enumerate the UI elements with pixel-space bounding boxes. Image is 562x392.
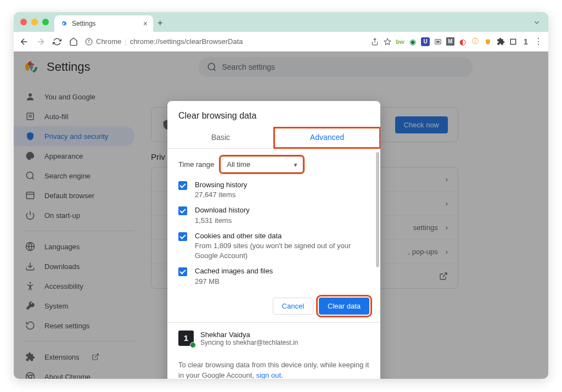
checkbox-row-cached[interactable]: Cached images and files297 MB [178, 266, 369, 286]
toolbar-extensions: bw ◉ U M ◐ ⓘ 1 ⋮ [370, 37, 543, 46]
dialog-note: To clear browsing data from this device … [167, 354, 380, 379]
cancel-button[interactable]: Cancel [273, 298, 313, 315]
svg-rect-8 [510, 39, 515, 44]
close-window-button[interactable] [20, 19, 27, 25]
extensions-icon[interactable] [496, 37, 505, 46]
tab-close-icon[interactable]: × [143, 19, 148, 28]
profile-avatar: 1 [178, 331, 194, 346]
ext-icon[interactable]: bw [396, 37, 404, 46]
dropdown-arrow-icon: ▼ [293, 161, 298, 167]
checkbox[interactable] [178, 181, 187, 190]
window-titlebar: Settings × + [14, 12, 548, 32]
time-range-select[interactable]: All time ▼ [221, 156, 303, 172]
reload-button[interactable] [52, 37, 62, 47]
svg-rect-7 [436, 41, 440, 43]
ext-icon[interactable]: U [421, 37, 430, 46]
new-tab-button[interactable]: + [158, 18, 162, 28]
checkbox-row-cookies[interactable]: Cookies and other site dataFrom 1,809 si… [178, 231, 369, 261]
checkbox[interactable] [178, 206, 187, 215]
sign-out-link[interactable]: sign out [256, 371, 282, 379]
profile-icon[interactable]: 1 [521, 37, 530, 46]
site-info-icon[interactable] [85, 38, 93, 46]
browser-tab[interactable]: Settings × [54, 15, 153, 32]
checkbox-row-browsing-history[interactable]: Browsing history27,647 items [178, 180, 369, 200]
ext-icon[interactable] [484, 37, 492, 46]
ext-icon[interactable]: ◐ [458, 37, 467, 46]
clear-data-button[interactable]: Clear data [319, 298, 369, 315]
home-button[interactable] [69, 37, 78, 47]
back-button[interactable] [19, 37, 29, 47]
svg-point-4 [88, 40, 89, 41]
checkbox[interactable] [178, 267, 187, 276]
minimize-window-button[interactable] [31, 19, 38, 25]
time-range-label: Time range [178, 160, 214, 169]
svg-marker-5 [384, 38, 391, 44]
scrollbar-thumb[interactable] [376, 152, 379, 267]
checkbox[interactable] [178, 232, 187, 241]
maximize-window-button[interactable] [42, 19, 49, 25]
clear-browsing-data-dialog: Clear browsing data Basic Advanced Time … [167, 101, 380, 379]
ext-icon[interactable] [434, 37, 442, 46]
forward-button[interactable] [36, 37, 46, 47]
tab-advanced[interactable]: Advanced [274, 127, 380, 148]
tab-title: Settings [72, 20, 95, 27]
dialog-title: Clear browsing data [167, 101, 380, 127]
sync-badge-icon [190, 342, 196, 348]
star-icon[interactable] [383, 37, 392, 46]
url-path: chrome://settings/clearBrowserData [130, 37, 243, 46]
ext-icon[interactable]: M [446, 37, 454, 46]
ext-icon[interactable] [509, 37, 518, 46]
chevron-down-icon[interactable] [533, 19, 541, 26]
dialog-tabs: Basic Advanced [167, 127, 380, 149]
tab-basic[interactable]: Basic [167, 127, 274, 148]
traffic-lights [20, 19, 49, 25]
share-icon[interactable] [370, 37, 379, 46]
sync-info: 1 Shekhar Vaidya Syncing to shekhar@tech… [167, 322, 380, 354]
settings-favicon-icon [60, 20, 68, 27]
url-scheme: Chrome [96, 37, 121, 46]
sync-status: Syncing to shekhar@techlatest.in [200, 339, 298, 346]
profile-name: Shekhar Vaidya [200, 331, 298, 339]
checkbox-row-download-history[interactable]: Download history1,531 items [178, 205, 369, 225]
address-bar: Chrome | chrome://settings/clearBrowserD… [14, 32, 548, 52]
ext-icon[interactable]: ◉ [408, 37, 417, 46]
ext-icon[interactable]: ⓘ [471, 37, 480, 46]
url-display[interactable]: Chrome | chrome://settings/clearBrowserD… [85, 37, 364, 46]
menu-icon[interactable]: ⋮ [534, 37, 543, 46]
